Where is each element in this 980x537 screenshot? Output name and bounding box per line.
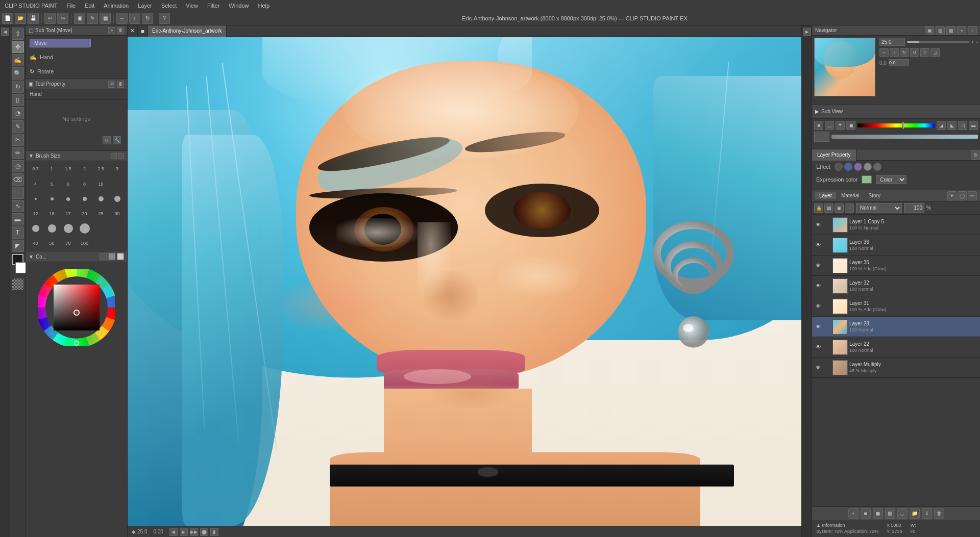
- layer-btn-trash[interactable]: 🗑: [934, 508, 944, 519]
- menu-help[interactable]: Help: [255, 2, 272, 10]
- tool-pen[interactable]: ✎: [12, 120, 24, 133]
- toolbar-save[interactable]: 💾: [28, 13, 39, 24]
- tool-text[interactable]: T: [12, 226, 24, 239]
- nav-rotate-cw[interactable]: ↻: [900, 48, 909, 57]
- tool-cursor[interactable]: ⇧: [12, 28, 24, 40]
- color-ctrl-3[interactable]: ☂: [836, 121, 845, 130]
- layer-lock-move[interactable]: ▫: [845, 203, 854, 213]
- color-slider-secondary[interactable]: [831, 135, 978, 139]
- exp-color-swatch[interactable]: [862, 175, 872, 184]
- layer-item-22[interactable]: 👁 Layer 22 100 Normal: [812, 337, 980, 357]
- brush-size-8[interactable]: 8: [77, 178, 92, 190]
- nav-zoom-plus[interactable]: +: [971, 39, 974, 45]
- effect-circle-3[interactable]: [854, 163, 862, 171]
- layer-lock-alpha[interactable]: ▩: [824, 203, 834, 213]
- toolbar-new[interactable]: 📄: [2, 13, 13, 24]
- brush-size-4[interactable]: 4: [28, 178, 43, 190]
- toolbar-open[interactable]: 📂: [15, 13, 26, 24]
- layer-visibility-32[interactable]: 👁: [814, 282, 822, 290]
- brush-size-2.5[interactable]: 2.5: [93, 163, 109, 174]
- brush-size-12[interactable]: 12: [28, 208, 43, 219]
- effect-circle-2[interactable]: [844, 163, 852, 171]
- brush-circle-12[interactable]: [28, 193, 43, 205]
- tab-close-x[interactable]: ✕: [128, 25, 138, 37]
- layer-visibility-28[interactable]: 👁: [814, 323, 822, 331]
- tool-eraser[interactable]: ⌫: [12, 173, 24, 186]
- menu-animation[interactable]: Animation: [101, 2, 131, 10]
- menu-layer[interactable]: Layer: [135, 2, 155, 10]
- brush-size-100[interactable]: 100: [77, 238, 92, 249]
- status-record[interactable]: ⬤: [200, 528, 208, 536]
- brush-circle-40[interactable]: [28, 222, 43, 235]
- layer-item-copy5[interactable]: 👁 Layer 1 Copy 5 100 % Normal: [812, 215, 980, 235]
- status-end[interactable]: ▮: [210, 528, 218, 536]
- brush-size-2[interactable]: 2: [77, 163, 92, 174]
- layer-tab-story[interactable]: Story: [865, 192, 885, 199]
- nav-zoom-slider[interactable]: [907, 41, 969, 43]
- brush-size-17[interactable]: 17: [60, 208, 76, 219]
- brush-size-scroll-down[interactable]: [118, 153, 124, 159]
- layer-header-icon3[interactable]: ✏: [968, 191, 977, 200]
- tool-property-trash[interactable]: 🗑: [117, 81, 124, 88]
- layer-item-28[interactable]: 👁 Layer 28 100 Normal: [812, 317, 980, 337]
- layer-btn-add-tone[interactable]: ▩: [885, 508, 895, 519]
- effect-circle-5[interactable]: [873, 163, 881, 171]
- brush-size-16[interactable]: 16: [44, 208, 60, 219]
- blend-mode-select[interactable]: Normal Multiply Screen Overlay Add (Glow…: [856, 203, 902, 213]
- brush-circle-16[interactable]: [44, 193, 60, 205]
- layer-visibility-copy5[interactable]: 👁: [814, 221, 822, 229]
- tool-move[interactable]: ✥: [12, 41, 24, 53]
- layer-lock-draw[interactable]: ▣: [835, 203, 844, 213]
- tool-smudge[interactable]: ∿: [12, 200, 24, 212]
- brush-size-70[interactable]: 70: [60, 238, 76, 249]
- toolbar-rotate[interactable]: ↻: [142, 13, 153, 24]
- color-wheel[interactable]: [38, 269, 115, 346]
- color-right-4[interactable]: ▬: [969, 121, 978, 130]
- nav-zoom-minus[interactable]: -: [976, 39, 978, 45]
- subtool-add[interactable]: +: [108, 27, 115, 34]
- toolbar-edit[interactable]: ✎: [87, 13, 98, 24]
- layer-btn-add-group[interactable]: 📁: [910, 508, 920, 519]
- tool-lasso[interactable]: ◔: [12, 107, 24, 119]
- tool-selection[interactable]: ▯: [12, 94, 24, 106]
- color-ctrl-2[interactable]: ◡: [825, 121, 834, 130]
- layer-btn-add-fill[interactable]: ◼: [873, 508, 883, 519]
- move-button[interactable]: Move: [30, 39, 91, 47]
- nav-zoom-input[interactable]: [879, 38, 905, 46]
- effect-circle-4[interactable]: [864, 163, 872, 171]
- color-ctrl-1[interactable]: ■: [814, 121, 823, 130]
- nav-rotate-ccw[interactable]: ↺: [910, 48, 919, 57]
- layer-visibility-multiply[interactable]: 👁: [814, 364, 822, 372]
- tool-zoom[interactable]: 🔍: [12, 67, 24, 80]
- layer-item-35[interactable]: 👁 Layer 35 100 % Add (Glow): [812, 255, 980, 276]
- color-slider-main[interactable]: [857, 123, 935, 127]
- brush-size-1[interactable]: 1: [44, 163, 60, 174]
- brush-circle-50[interactable]: [44, 222, 60, 235]
- menu-clip-studio[interactable]: CLIP STUDIO PAINT: [2, 2, 60, 10]
- brush-size-0.7[interactable]: 0.7: [28, 163, 43, 174]
- nav-reset[interactable]: ⇧: [920, 48, 929, 57]
- layer-visibility-36[interactable]: 👁: [814, 241, 822, 249]
- layer-tab-material[interactable]: Material: [837, 192, 864, 199]
- color-right-2[interactable]: ◣: [947, 121, 957, 130]
- subview-section[interactable]: ▶ Sub View: [812, 105, 980, 119]
- opacity-input[interactable]: [904, 203, 924, 213]
- tool-ruler[interactable]: ◤: [12, 240, 24, 252]
- subtool-delete[interactable]: 🗑: [117, 27, 124, 34]
- color-ctrl-4[interactable]: ◼: [846, 121, 855, 130]
- nav-btn1[interactable]: ▣: [925, 26, 934, 35]
- brush-size-40[interactable]: 40: [28, 238, 43, 249]
- brush-circle-30[interactable]: [109, 193, 125, 205]
- menu-view[interactable]: View: [183, 2, 201, 10]
- nav-btn2[interactable]: ▨: [936, 26, 945, 35]
- canvas-viewport[interactable]: [128, 37, 801, 526]
- menu-window[interactable]: Window: [226, 2, 251, 10]
- tool-rotate[interactable]: ↻: [12, 81, 24, 93]
- color-right-3[interactable]: ◁: [958, 121, 967, 130]
- navigator-thumbnail[interactable]: [814, 38, 875, 96]
- toolbar-flip-h[interactable]: ↔: [116, 13, 128, 24]
- nav-rotation-input[interactable]: [889, 59, 909, 66]
- nav-flip-h[interactable]: ↔: [879, 48, 889, 57]
- layer-btn-add-vector[interactable]: ■: [861, 508, 871, 519]
- tool-property-wrench[interactable]: 🔧: [113, 136, 121, 144]
